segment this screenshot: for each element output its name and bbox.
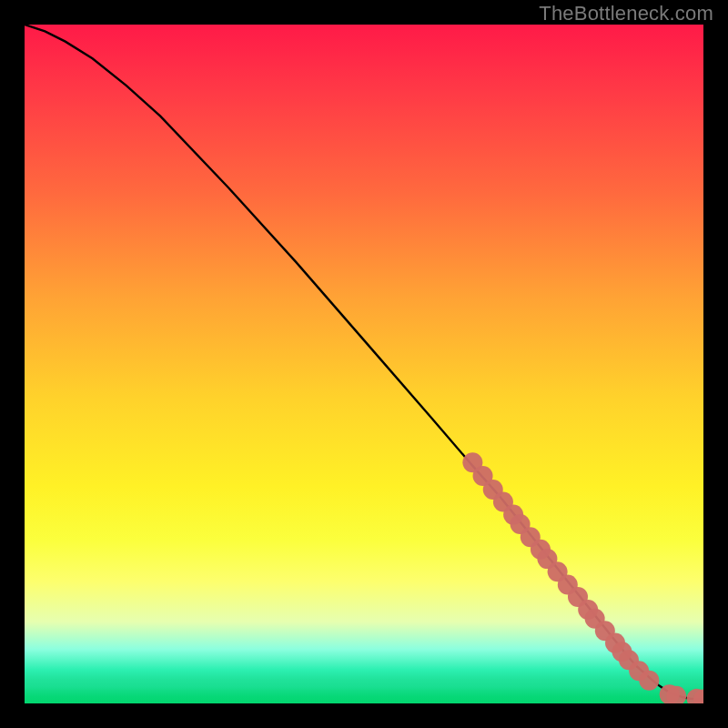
chart-svg	[25, 25, 703, 703]
curve-line	[25, 25, 703, 700]
curve-markers	[462, 452, 703, 703]
marker-point	[639, 671, 659, 691]
plot-area	[25, 25, 703, 703]
watermark-text: TheBottleneck.com	[539, 2, 713, 25]
chart-stage: TheBottleneck.com	[0, 0, 728, 728]
